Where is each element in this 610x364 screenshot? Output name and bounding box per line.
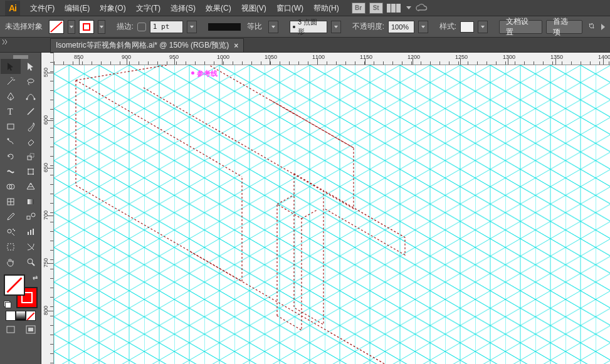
eraser-tool[interactable]	[21, 134, 41, 149]
svg-rect-8	[30, 153, 34, 157]
pin-panel-icon[interactable]	[586, 21, 597, 33]
menu-window[interactable]: 窗口(W)	[271, 0, 308, 16]
column-graph-tool[interactable]	[21, 224, 41, 239]
svg-line-28	[7, 278, 21, 293]
rectangle-tool[interactable]	[1, 119, 21, 134]
symbol-sprayer-tool[interactable]	[1, 224, 21, 239]
stroke-link-icon[interactable]	[137, 23, 146, 31]
close-tab-icon[interactable]: ×	[234, 41, 238, 50]
hruler-label: 1050	[265, 54, 277, 60]
menu-type[interactable]: 文字(T)	[131, 0, 166, 16]
default-fill-stroke-icon[interactable]	[4, 301, 11, 308]
stroke-swatch[interactable]	[79, 20, 94, 34]
bridge-button[interactable]: Br	[352, 3, 365, 14]
svg-point-11	[33, 169, 34, 170]
svg-point-1	[26, 98, 28, 100]
free-transform-tool[interactable]	[21, 164, 41, 179]
type-tool[interactable]: T	[1, 104, 21, 119]
opacity-label[interactable]: 不透明度:	[352, 21, 384, 32]
hruler-label: 1300	[503, 54, 515, 60]
svg-rect-17	[28, 199, 34, 204]
color-mode-solid[interactable]	[6, 311, 16, 321]
menu-edit[interactable]: 编辑(E)	[60, 0, 95, 16]
hand-tool[interactable]	[1, 254, 21, 269]
stroke-weight-dropdown[interactable]	[187, 21, 197, 33]
menu-view[interactable]: 视图(V)	[236, 0, 271, 16]
document-setup-button[interactable]: 文档设置	[499, 20, 543, 34]
screen-mode-icon[interactable]	[21, 323, 41, 336]
document-tab-title: Isometric等距视角斜角网格.ai* @ 150% (RGB/预览)	[56, 40, 229, 51]
shaper-tool[interactable]	[1, 134, 21, 149]
graphic-style-dropdown[interactable]	[478, 21, 488, 33]
fill-swatch[interactable]	[49, 20, 64, 34]
curvature-tool[interactable]	[21, 89, 41, 104]
artboard-tool[interactable]	[1, 239, 21, 254]
opacity-input[interactable]: 100%	[388, 21, 414, 33]
sync-status-icon[interactable]	[415, 3, 429, 13]
brush-definition-preview[interactable]	[208, 23, 241, 31]
rotate-tool[interactable]	[1, 149, 21, 164]
canvas-area: 8509009501000105011001150120012501300135…	[41, 53, 610, 364]
hruler-label: 1350	[550, 54, 563, 60]
stroke-weight-input[interactable]: 1 pt	[150, 21, 184, 33]
direct-selection-tool[interactable]	[21, 59, 41, 74]
pen-tool[interactable]	[1, 89, 21, 104]
shape-builder-tool[interactable]	[1, 179, 21, 194]
menu-effect[interactable]: 效果(C)	[201, 0, 236, 16]
color-mode-gradient[interactable]	[16, 311, 26, 321]
isometric-shape-paths[interactable]	[54, 65, 610, 364]
hruler-label: 1400	[598, 54, 610, 60]
selection-tool[interactable]	[1, 59, 21, 74]
lasso-tool[interactable]	[21, 74, 41, 89]
fill-dropdown[interactable]	[68, 20, 75, 34]
stock-button[interactable]: St	[369, 3, 383, 14]
svg-point-19	[31, 213, 35, 217]
menu-select[interactable]: 选择(S)	[166, 0, 201, 16]
svg-point-12	[28, 174, 29, 175]
brush-profile-select[interactable]: 3 点圆形	[290, 21, 327, 33]
vertical-ruler[interactable]: 550600650700750800	[41, 53, 54, 364]
paintbrush-tool[interactable]	[21, 119, 41, 134]
arrange-documents-dropdown[interactable]	[406, 6, 411, 9]
preferences-button[interactable]: 首选项	[546, 20, 582, 34]
fill-stroke-indicator[interactable]: ⇄	[4, 274, 38, 308]
menu-help[interactable]: 帮助(H)	[308, 0, 344, 16]
stroke-label[interactable]: 描边:	[117, 21, 134, 32]
horizontal-ruler[interactable]: 8509009501000105011001150120012501300135…	[54, 53, 610, 65]
width-tool[interactable]	[1, 164, 21, 179]
eyedropper-tool[interactable]	[1, 209, 21, 224]
tools-panel: T	[0, 53, 41, 364]
stroke-dropdown[interactable]	[98, 20, 105, 34]
blend-tool[interactable]	[21, 209, 41, 224]
svg-rect-7	[28, 156, 31, 160]
magic-wand-tool[interactable]	[1, 74, 21, 89]
panel-collapse-toggle[interactable]	[0, 38, 9, 46]
artboard-canvas[interactable]: 参考线	[54, 65, 610, 364]
variable-width-dropdown[interactable]	[268, 21, 278, 33]
mesh-tool[interactable]	[1, 194, 21, 209]
style-label[interactable]: 样式:	[439, 21, 456, 32]
collapse-control-bar-icon[interactable]	[601, 24, 605, 30]
graphic-style-swatch[interactable]	[460, 21, 474, 33]
svg-point-21	[14, 230, 15, 231]
brush-profile-value: 3 点圆形	[298, 18, 324, 36]
svg-rect-5	[8, 124, 14, 129]
color-mode-none[interactable]	[26, 311, 36, 321]
slice-tool[interactable]	[21, 239, 41, 254]
perspective-grid-tool[interactable]	[21, 179, 41, 194]
scale-tool[interactable]	[21, 149, 41, 164]
gradient-tool[interactable]	[21, 194, 41, 209]
zoom-tool[interactable]	[21, 254, 41, 269]
svg-line-27	[32, 263, 34, 266]
menu-file[interactable]: 文件(F)	[25, 0, 60, 16]
document-tab[interactable]: Isometric等距视角斜角网格.ai* @ 150% (RGB/预览) ×	[50, 38, 244, 52]
arrange-documents-icon[interactable]	[387, 4, 401, 13]
fill-color-indicator[interactable]	[4, 274, 25, 296]
draw-mode-icon[interactable]	[1, 323, 21, 336]
tools-panel-grip[interactable]	[0, 53, 41, 59]
line-segment-tool[interactable]	[21, 104, 41, 119]
opacity-dropdown[interactable]	[418, 21, 428, 33]
swap-fill-stroke-icon[interactable]: ⇄	[33, 274, 38, 281]
menu-object[interactable]: 对象(O)	[95, 0, 130, 16]
brush-profile-dropdown[interactable]	[331, 21, 341, 33]
